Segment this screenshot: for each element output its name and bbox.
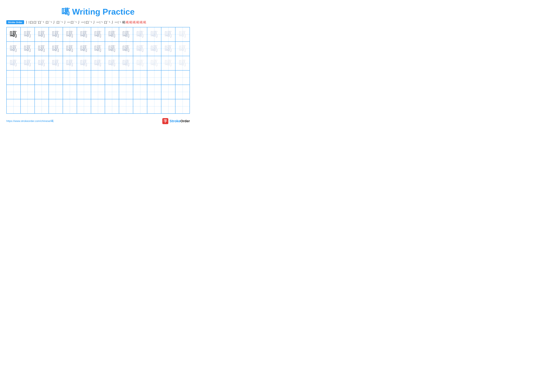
grid-cell-0-8[interactable]: 噶 <box>119 27 133 42</box>
grid-cell-5-12[interactable] <box>175 99 190 113</box>
grid-cell-5-4[interactable] <box>63 99 77 113</box>
grid-cell-2-1[interactable]: 噶 <box>21 56 35 70</box>
cell-character: 噶 <box>52 31 59 38</box>
grid-cell-3-2[interactable] <box>35 71 49 85</box>
grid-cell-5-10[interactable] <box>147 99 161 113</box>
grid-cell-5-1[interactable] <box>21 99 35 113</box>
grid-cell-3-6[interactable] <box>91 71 105 85</box>
grid-cell-2-9[interactable]: 噶 <box>133 56 147 70</box>
grid-cell-4-8[interactable] <box>119 85 133 99</box>
grid-cell-5-3[interactable] <box>49 99 63 113</box>
grid-cell-0-5[interactable]: 噶 <box>77 27 91 42</box>
grid-cell-4-9[interactable] <box>133 85 147 99</box>
grid-cell-4-10[interactable] <box>147 85 161 99</box>
grid-cell-1-7[interactable]: 噶 <box>105 42 119 56</box>
grid-cell-3-12[interactable] <box>175 71 190 85</box>
grid-cell-1-11[interactable]: 噶 <box>161 42 175 56</box>
grid-cell-0-0[interactable]: 噶 <box>7 27 21 42</box>
grid-cell-0-12[interactable]: 噶 <box>175 27 190 42</box>
grid-cell-3-7[interactable] <box>105 71 119 85</box>
grid-cell-1-9[interactable]: 噶 <box>133 42 147 56</box>
grid-cell-4-1[interactable] <box>21 85 35 99</box>
grid-cell-1-6[interactable]: 噶 <box>91 42 105 56</box>
grid-cell-1-3[interactable]: 噶 <box>49 42 63 56</box>
grid-cell-1-8[interactable]: 噶 <box>119 42 133 56</box>
grid-cell-2-6[interactable]: 噶 <box>91 56 105 70</box>
footer-url[interactable]: https://www.strokeorder.com/chinese/噶 <box>6 119 54 123</box>
grid-cell-4-0[interactable] <box>7 85 21 99</box>
cell-character: 噶 <box>10 31 17 38</box>
grid-cell-2-7[interactable]: 噶 <box>105 56 119 70</box>
grid-cell-4-12[interactable] <box>175 85 190 99</box>
grid-cell-0-2[interactable]: 噶 <box>35 27 49 42</box>
cell-character: 噶 <box>24 31 31 38</box>
grid-cell-5-5[interactable] <box>77 99 91 113</box>
grid-cell-4-4[interactable] <box>63 85 77 99</box>
grid-cell-5-8[interactable] <box>119 99 133 113</box>
cell-character: 噶 <box>24 59 31 67</box>
grid-cell-1-2[interactable]: 噶 <box>35 42 49 56</box>
grid-cell-3-11[interactable] <box>161 71 175 85</box>
stroke-step-0: 丨 <box>25 21 28 24</box>
grid-cell-5-7[interactable] <box>105 99 119 113</box>
grid-cell-0-11[interactable]: 噶 <box>161 27 175 42</box>
stroke-step-13: 噶 <box>136 21 139 24</box>
cell-character: 噶 <box>94 31 102 38</box>
grid-cell-3-3[interactable] <box>49 71 63 85</box>
grid-cell-2-3[interactable]: 噶 <box>49 56 63 70</box>
grid-cell-5-0[interactable] <box>7 99 21 113</box>
grid-cell-2-12[interactable]: 噶 <box>175 56 190 70</box>
stroke-step-12: 噶 <box>132 21 136 24</box>
grid-cell-3-4[interactable] <box>63 71 77 85</box>
grid-cell-1-5[interactable]: 噶 <box>77 42 91 56</box>
grid-cell-0-6[interactable]: 噶 <box>91 27 105 42</box>
grid-cell-4-6[interactable] <box>91 85 105 99</box>
cell-character: 噶 <box>123 31 130 38</box>
cell-character: 噶 <box>94 59 102 67</box>
grid-cell-1-12[interactable]: 噶 <box>175 42 190 56</box>
grid-cell-4-7[interactable] <box>105 85 119 99</box>
grid-cell-5-6[interactable] <box>91 99 105 113</box>
grid-cell-2-5[interactable]: 噶 <box>77 56 91 70</box>
grid-cell-3-10[interactable] <box>147 71 161 85</box>
cell-character: 噶 <box>108 31 116 38</box>
grid-cell-2-10[interactable]: 噶 <box>147 56 161 70</box>
grid-cell-3-0[interactable] <box>7 71 21 85</box>
grid-cell-1-0[interactable]: 噶 <box>7 42 21 56</box>
grid-cell-3-9[interactable] <box>133 71 147 85</box>
grid-cell-5-9[interactable] <box>133 99 147 113</box>
grid-cell-5-2[interactable] <box>35 99 49 113</box>
grid-cell-2-11[interactable]: 噶 <box>161 56 175 70</box>
grid-cell-2-0[interactable]: 噶 <box>7 56 21 70</box>
grid-cell-0-7[interactable]: 噶 <box>105 27 119 42</box>
grid-cell-1-10[interactable]: 噶 <box>147 42 161 56</box>
grid-cell-0-10[interactable]: 噶 <box>147 27 161 42</box>
practice-grid: 噶噶噶噶噶噶噶噶噶噶噶噶噶噶噶噶噶噶噶噶噶噶噶噶噶噶噶噶噶噶噶噶噶噶噶噶噶噶噶 <box>6 27 190 114</box>
grid-cell-1-1[interactable]: 噶 <box>21 42 35 56</box>
grid-cell-4-11[interactable] <box>161 85 175 99</box>
stroke-step-14: 噶 <box>139 21 143 24</box>
grid-cell-2-4[interactable]: 噶 <box>63 56 77 70</box>
grid-cell-3-5[interactable] <box>77 71 91 85</box>
grid-row-4 <box>7 85 190 99</box>
grid-cell-4-5[interactable] <box>77 85 91 99</box>
cell-character: 噶 <box>179 31 186 38</box>
grid-cell-0-1[interactable]: 噶 <box>21 27 35 42</box>
grid-cell-3-8[interactable] <box>119 71 133 85</box>
grid-cell-0-9[interactable]: 噶 <box>133 27 147 42</box>
grid-cell-0-3[interactable]: 噶 <box>49 27 63 42</box>
grid-cell-1-4[interactable]: 噶 <box>63 42 77 56</box>
grid-cell-3-1[interactable] <box>21 71 35 85</box>
grid-cell-4-2[interactable] <box>35 85 49 99</box>
grid-cell-0-4[interactable]: 噶 <box>63 27 77 42</box>
stroke-step-2: 口 <box>30 21 33 24</box>
grid-cell-5-11[interactable] <box>161 99 175 113</box>
grid-cell-2-8[interactable]: 噶 <box>119 56 133 70</box>
grid-cell-4-3[interactable] <box>49 85 63 99</box>
stroke-step-5: 口`丶丿 <box>45 21 56 24</box>
stroke-step-9: 口`丶丿一𠃍丶噶 <box>104 21 125 24</box>
cell-character: 噶 <box>108 45 116 52</box>
stroke-order-badge: Stroke Order <box>6 20 24 24</box>
grid-cell-2-2[interactable]: 噶 <box>35 56 49 70</box>
stroke-step-1: 𠃌 <box>29 21 29 24</box>
